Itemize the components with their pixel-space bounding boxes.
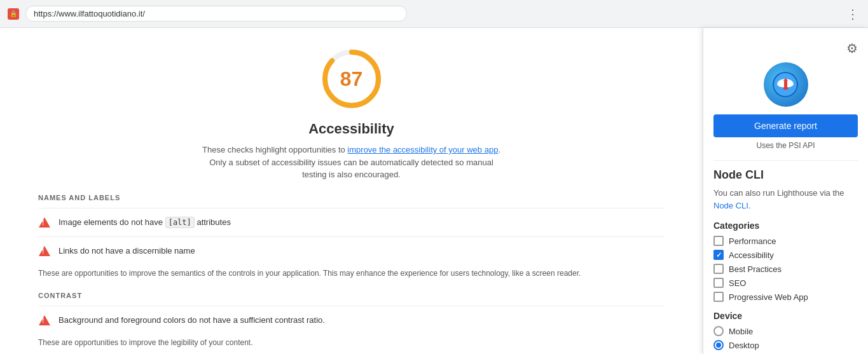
lock-icon: 🔒 <box>8 8 19 20</box>
url-bar[interactable]: https://www.ilfattoquotidiano.it/ <box>25 6 407 22</box>
node-cli-link[interactable]: Node CLI <box>713 201 748 210</box>
device-mobile: Mobile <box>713 326 858 336</box>
desktop-radio[interactable] <box>713 340 724 350</box>
seo-label: SEO <box>729 278 746 288</box>
main-container: 87 Accessibility These checks highlight … <box>0 28 868 354</box>
node-cli-desc-suffix: . <box>748 201 751 210</box>
audit-img-alt-label: Image elements do not have [alt] attribu… <box>59 217 231 227</box>
category-pwa: Progressive Web App <box>713 292 858 302</box>
browser-menu-dots[interactable]: ⋮ <box>846 6 860 22</box>
generate-report-button[interactable]: Generate report <box>713 114 858 137</box>
device-desktop: Desktop <box>713 340 858 350</box>
svg-rect-9 <box>783 87 788 90</box>
audit-link-name-label: Links do not have a discernible name <box>59 246 195 255</box>
audit-color-contrast[interactable]: Background and foreground colors do not … <box>38 306 665 334</box>
node-cli-title: Node CLI <box>713 168 858 182</box>
audit-img-alt[interactable]: Image elements do not have [alt] attribu… <box>38 208 665 236</box>
names-labels-header: NAMES AND LABELS <box>38 194 665 201</box>
score-description: These checks highlight opportunities to … <box>199 144 504 181</box>
contrast-description: These are opportunities to improve the l… <box>38 337 665 348</box>
score-section: 87 Accessibility These checks highlight … <box>38 47 665 181</box>
pwa-checkbox[interactable] <box>713 292 724 302</box>
warning-icon-3 <box>38 314 51 327</box>
device-title: Device <box>713 311 858 321</box>
right-panel: ⚙ <box>703 28 868 354</box>
psi-text: Uses the PSI API <box>713 141 858 150</box>
score-number: 87 <box>340 67 363 91</box>
warning-icon <box>38 216 51 229</box>
description-prefix: These checks highlight opportunities to <box>202 145 347 154</box>
accessibility-link[interactable]: improve the accessibility of your web ap… <box>347 145 498 154</box>
settings-icon[interactable]: ⚙ <box>846 41 858 56</box>
accessibility-label: Accessibility <box>729 250 774 260</box>
categories-title: Categories <box>713 221 858 231</box>
audit-color-contrast-label: Background and foreground colors do not … <box>59 315 325 325</box>
desktop-label: Desktop <box>729 341 759 350</box>
score-title: Accessibility <box>308 121 394 137</box>
accessibility-checkbox[interactable] <box>713 250 724 260</box>
audit-link-name[interactable]: Links do not have a discernible name <box>38 236 665 265</box>
divider-1 <box>713 160 858 161</box>
warning-icon-2 <box>38 245 51 257</box>
pwa-label: Progressive Web App <box>729 292 808 302</box>
lighthouse-logo <box>713 62 858 107</box>
names-labels-description: These are opportunities to improve the s… <box>38 268 665 279</box>
category-performance: Performance <box>713 236 858 246</box>
mobile-label: Mobile <box>729 327 753 336</box>
performance-label: Performance <box>729 236 776 246</box>
performance-checkbox[interactable] <box>713 236 724 246</box>
best-practices-checkbox[interactable] <box>713 264 724 274</box>
logo-circle <box>764 62 808 107</box>
panel-header: ⚙ <box>713 41 858 56</box>
seo-checkbox[interactable] <box>713 278 724 288</box>
logo-inner <box>764 62 808 107</box>
best-practices-label: Best Practices <box>729 264 782 274</box>
node-cli-desc-prefix: You can also run Lighthouse via the <box>713 188 844 198</box>
category-seo: SEO <box>713 278 858 288</box>
node-cli-description: You can also run Lighthouse via the Node… <box>713 187 858 212</box>
mobile-radio[interactable] <box>713 326 724 336</box>
category-best-practices: Best Practices <box>713 264 858 274</box>
score-circle: 87 <box>320 47 383 111</box>
contrast-header: CONTRAST <box>38 292 665 299</box>
browser-bar: 🔒 https://www.ilfattoquotidiano.it/ ⋮ <box>0 0 868 28</box>
svg-rect-7 <box>784 81 787 87</box>
content-area: 87 Accessibility These checks highlight … <box>0 28 703 354</box>
category-accessibility: Accessibility <box>713 250 858 260</box>
